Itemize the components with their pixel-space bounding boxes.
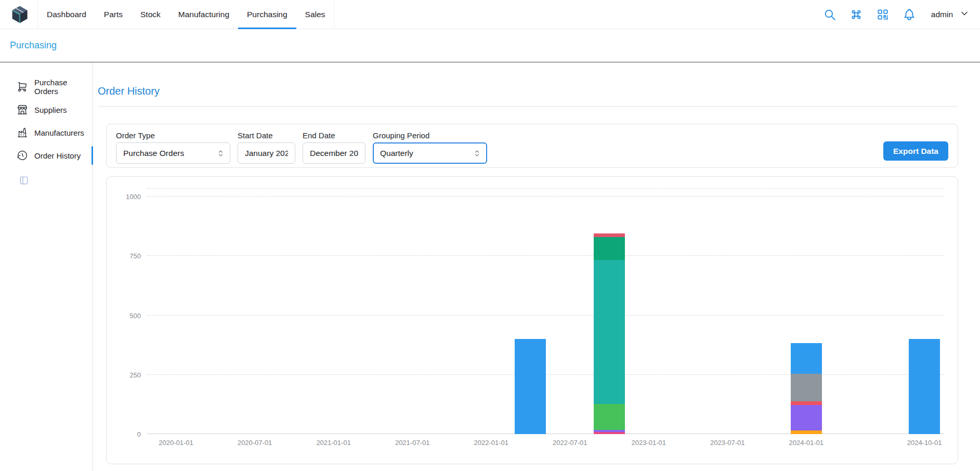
- factory-icon: [17, 127, 28, 138]
- command-icon[interactable]: [848, 7, 864, 22]
- title-divider: [98, 106, 958, 107]
- sidebar-item-manufacturers[interactable]: Manufacturers: [0, 121, 92, 144]
- search-icon[interactable]: [822, 7, 838, 22]
- bar-segment: [791, 405, 822, 430]
- order-type-label: Order Type: [116, 131, 230, 140]
- bar-segment: [791, 374, 822, 401]
- y-axis-tick-label: 1000: [126, 193, 141, 201]
- bar-segment: [515, 339, 546, 434]
- export-wrap: Export Data: [883, 134, 948, 161]
- grouping-period-value: Quarterly: [380, 149, 413, 158]
- top-navbar: Dashboard Parts Stock Manufacturing Purc…: [0, 0, 980, 29]
- bar-segment: [791, 343, 822, 374]
- bell-icon[interactable]: [901, 7, 917, 22]
- end-date-label: End Date: [303, 131, 365, 140]
- y-axis-tick-label: 250: [129, 371, 141, 379]
- sidebar-item-suppliers[interactable]: Suppliers: [0, 98, 92, 121]
- tab-stock[interactable]: Stock: [132, 0, 169, 29]
- x-axis-tick-label: 2023-07-01: [710, 439, 745, 447]
- navbar-actions: admin: [822, 7, 970, 22]
- tab-sales[interactable]: Sales: [296, 0, 334, 29]
- bar-segment: [594, 404, 625, 430]
- order-history-chart-card: 02505007501000 2020-01-012020-07-012021-…: [106, 176, 958, 464]
- building-store-icon: [17, 104, 28, 115]
- main-panel: Order History Order Type Purchase Orders…: [93, 62, 980, 471]
- x-axis-tick-label: 2022-07-01: [553, 439, 587, 447]
- user-name: admin: [931, 10, 953, 19]
- x-axis-tick-label: 2024-10-01: [907, 439, 942, 447]
- start-date-input[interactable]: [238, 142, 295, 164]
- sidebar-toggle-icon[interactable]: [19, 175, 29, 186]
- sidebar: Purchase Orders Suppliers Manufacturers: [0, 62, 93, 471]
- x-axis-tick-label: 2020-07-01: [238, 439, 272, 447]
- gridline-top: [147, 188, 944, 189]
- start-date-field: Start Date: [238, 131, 295, 164]
- x-axis-tick-label: 2023-01-01: [632, 439, 667, 447]
- main-nav-tabs: Dashboard Parts Stock Manufacturing Purc…: [37, 0, 334, 29]
- order-type-value: Purchase Orders: [123, 149, 184, 158]
- sidebar-item-label: Manufacturers: [34, 128, 84, 137]
- bar-segment: [594, 237, 625, 260]
- grouping-period-select[interactable]: Quarterly: [373, 142, 487, 164]
- y-axis-tick-label: 500: [129, 312, 141, 320]
- tab-purchasing[interactable]: Purchasing: [238, 0, 296, 29]
- tab-dashboard[interactable]: Dashboard: [38, 0, 95, 29]
- y-axis-tick-label: 0: [137, 430, 141, 438]
- filter-panel: Order Type Purchase Orders Start Date En…: [106, 124, 958, 168]
- grouping-period-label: Grouping Period: [373, 131, 487, 140]
- sidebar-item-order-history[interactable]: Order History: [0, 144, 92, 167]
- sidebar-item-label: Purchase Orders: [34, 78, 92, 96]
- bar-segment: [791, 401, 822, 405]
- sidebar-item-label: Suppliers: [34, 106, 67, 114]
- shopping-cart-icon: [17, 81, 28, 93]
- chart-y-axis: 02505007501000: [119, 188, 147, 434]
- chart-axis-spacer: [119, 439, 147, 449]
- breadcrumb-purchasing[interactable]: Purchasing: [10, 40, 57, 51]
- sidebar-item-label: Order History: [34, 151, 81, 160]
- history-clock-icon: [17, 150, 28, 161]
- page-title: Order History: [98, 85, 958, 97]
- chart-bar-2024-01[interactable]: [791, 343, 822, 434]
- chart-x-axis: 2020-01-012020-07-012021-01-012021-07-01…: [147, 439, 944, 449]
- order-type-field: Order Type Purchase Orders: [116, 131, 230, 164]
- x-axis-tick-label: 2022-01-01: [474, 439, 508, 447]
- sidebar-item-purchase-orders[interactable]: Purchase Orders: [0, 75, 92, 98]
- inventree-logo[interactable]: [10, 5, 29, 24]
- chart-plot: [147, 188, 944, 434]
- tab-manufacturing[interactable]: Manufacturing: [169, 0, 238, 29]
- x-axis-tick-label: 2021-07-01: [395, 439, 430, 447]
- order-type-select[interactable]: Purchase Orders: [116, 142, 230, 164]
- chart-bar-2022-10[interactable]: [594, 233, 625, 434]
- export-data-button[interactable]: Export Data: [883, 141, 948, 161]
- chart-row: 02505007501000: [119, 188, 944, 434]
- qrcode-scan-icon[interactable]: [875, 7, 891, 22]
- start-date-label: Start Date: [238, 131, 295, 140]
- bar-segment: [791, 430, 822, 434]
- gridline-500: [147, 315, 944, 316]
- selector-chevrons-icon: [216, 149, 225, 158]
- bar-segment: [909, 339, 940, 434]
- end-date-field: End Date: [303, 131, 365, 164]
- bar-segment: [594, 432, 625, 434]
- x-axis-tick-label: 2020-01-01: [159, 439, 193, 447]
- chart-bar-2022-04[interactable]: [515, 339, 546, 434]
- grouping-period-field: Grouping Period Quarterly: [373, 131, 487, 164]
- user-menu[interactable]: admin: [931, 8, 970, 21]
- end-date-input[interactable]: [303, 142, 365, 164]
- bar-segment: [594, 233, 625, 237]
- selector-chevrons-icon: [473, 149, 481, 158]
- gridline-750: [147, 255, 944, 256]
- chart-x-axis-row: 2020-01-012020-07-012021-01-012021-07-01…: [119, 439, 944, 449]
- page-header: Purchasing: [0, 29, 980, 62]
- x-axis-tick-label: 2021-01-01: [316, 439, 351, 447]
- gridline-1000: [147, 196, 944, 197]
- chevron-down-icon: [959, 8, 970, 21]
- tab-parts[interactable]: Parts: [95, 0, 132, 29]
- content-area: Purchase Orders Suppliers Manufacturers: [0, 62, 980, 471]
- chart-bar-2024-10[interactable]: [909, 339, 940, 434]
- x-axis-tick-label: 2024-01-01: [789, 439, 824, 447]
- y-axis-tick-label: 750: [129, 252, 141, 260]
- bar-segment: [594, 260, 625, 403]
